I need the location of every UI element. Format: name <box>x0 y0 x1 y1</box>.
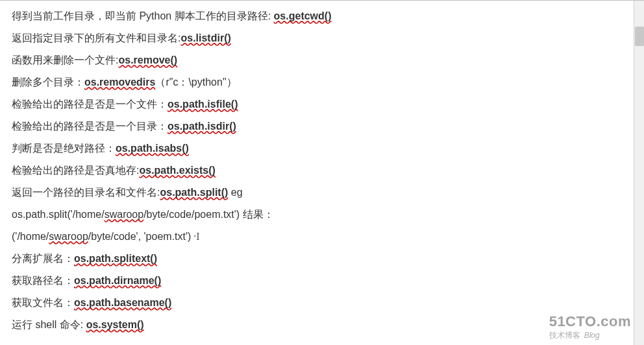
code-function: os.path.isfile() <box>167 99 238 110</box>
vertical-scrollbar[interactable] <box>634 1 644 345</box>
line-description: 返回指定目录下的所有文件和目录名: <box>12 32 180 43</box>
doc-line: 判断是否是绝对路径：os.path.isabs()↵ <box>12 138 632 159</box>
doc-line: 删除多个目录：os.removedirs（r"c：\python"）↵ <box>12 72 632 93</box>
line-description: 检验给出的路径是否真地存: <box>12 165 139 176</box>
code-function: os.path.isdir() <box>167 121 236 132</box>
text: /byte/code/poem.txt') 结果： <box>143 209 273 220</box>
doc-line: 运行 shell 命令: os.system()↵ <box>12 315 632 335</box>
scrollbar-thumb[interactable] <box>635 27 644 46</box>
text: ('/home/ <box>12 231 49 242</box>
code-function: os.system() <box>86 319 144 330</box>
doc-line: 函数用来删除一个文件:os.remove()↵ <box>12 50 632 71</box>
doc-line: 获取文件名：os.path.basename()↵ <box>12 292 632 313</box>
line-description: 运行 shell 命令: <box>12 319 86 330</box>
line-description: 获取文件名： <box>12 297 74 308</box>
line-post: （r"c：\python"） <box>155 77 236 88</box>
line-description: 分离扩展名： <box>12 253 74 264</box>
line-description: 检验给出的路径是否是一个目录： <box>12 121 167 132</box>
text: os.path.split('/home/ <box>12 209 105 220</box>
line-description: 函数用来删除一个文件: <box>12 54 118 65</box>
doc-line: 检验给出的路径是否真地存:os.path.exists()↵ <box>12 160 632 181</box>
doc-line: 分离扩展名：os.path.splitext()↵ <box>12 248 632 269</box>
example-line-2: ('/home/swaroop/byte/code', 'poem.txt') … <box>12 226 632 247</box>
watermark-subtitle: 技术博客Blog <box>549 330 631 341</box>
code-function: os.removedirs <box>84 77 155 88</box>
code-function: os.path.isabs() <box>116 143 189 154</box>
example-line-1: os.path.split('/home/swaroop/byte/code/p… <box>12 204 632 225</box>
line-description: 检验给出的路径是否是一个文件： <box>12 99 167 110</box>
line-description: 返回一个路径的目录名和文件名: <box>12 187 160 198</box>
text-cursor: ·I <box>191 231 199 242</box>
text: /byte/code', 'poem.txt') <box>88 231 192 242</box>
code-function: os.path.split() <box>160 187 228 198</box>
code-function: os.path.exists() <box>139 165 215 176</box>
code-function: os.listdir() <box>180 32 230 43</box>
doc-line: 返回一个路径的目录名和文件名:os.path.split() eg↵ <box>12 182 632 203</box>
line-description: 删除多个目录： <box>12 77 84 88</box>
doc-line: 获取路径名：os.path.dirname()↵ <box>12 270 632 291</box>
code-function: os.path.splitext() <box>74 253 157 264</box>
code-function: os.getcwd() <box>274 10 332 21</box>
watermark: 51CTO.com 技术博客Blog <box>549 315 631 341</box>
doc-line: 得到当前工作目录，即当前 Python 脚本工作的目录路径: os.getcwd… <box>12 6 632 27</box>
code-function: os.path.dirname() <box>74 275 161 286</box>
document-content: 得到当前工作目录，即当前 Python 脚本工作的目录路径: os.getcwd… <box>0 1 644 342</box>
code-function: os.remove() <box>118 54 177 65</box>
doc-line: 检验给出的路径是否是一个文件：os.path.isfile()↵ <box>12 94 632 115</box>
doc-line: 返回指定目录下的所有文件和目录名:os.listdir()↵ <box>12 28 632 49</box>
line-description: 得到当前工作目录，即当前 Python 脚本工作的目录路径: <box>12 10 274 21</box>
line-description: 获取路径名： <box>12 275 74 286</box>
line-description: 判断是否是绝对路径： <box>12 143 116 154</box>
wavy-text: swaroop <box>49 231 88 242</box>
wavy-text: swaroop <box>105 209 143 220</box>
code-function: os.path.basename() <box>74 297 171 308</box>
line-post: eg <box>228 187 242 198</box>
watermark-title: 51CTO.com <box>549 315 631 329</box>
doc-line: 检验给出的路径是否是一个目录：os.path.isdir()↵ <box>12 116 632 137</box>
